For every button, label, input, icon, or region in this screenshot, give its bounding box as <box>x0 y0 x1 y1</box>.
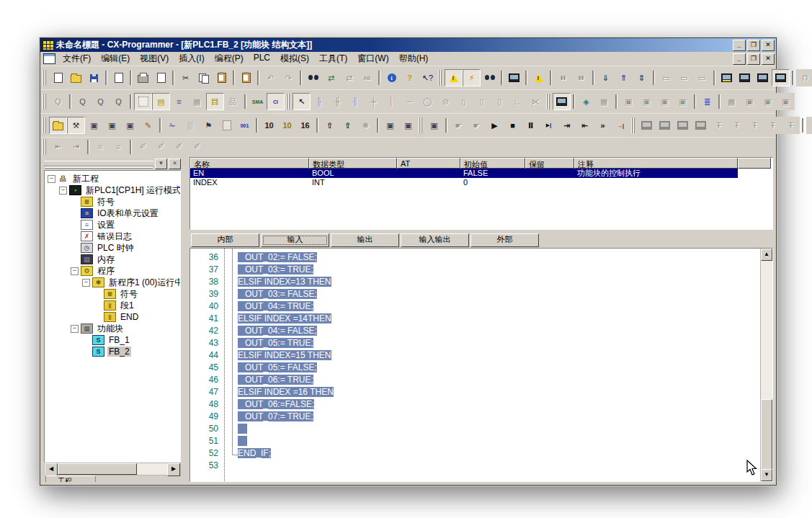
code-line-39[interactable]: 39 OUT_03:= FALSE; <box>190 289 761 301</box>
menu-item-4[interactable]: 插入(I) <box>174 52 209 66</box>
edit-pen-normal-button[interactable]: ✐ <box>134 138 152 156</box>
tree-item--[interactable]: ▤内存 <box>45 254 180 265</box>
title-bar[interactable]: 未命名標題 - CX-Programmer - [新PLC1.FB_2 [功能块… <box>40 38 776 52</box>
variable-row-en[interactable]: ENBOOLFALSE功能块的控制执行 <box>190 169 772 178</box>
monitor-data-trace-button[interactable]: ▦ <box>723 93 741 110</box>
show-rungs-button[interactable]: 目 <box>206 93 224 110</box>
variable-row-index[interactable]: INDEXINT0 <box>190 178 772 187</box>
pause-1-button[interactable]: ▮▮ <box>554 69 572 86</box>
differential-monitor-button[interactable]: ⊓ <box>796 69 812 86</box>
code-line-44[interactable]: 44ELSIF INDEX=15 THEN <box>190 350 761 362</box>
variable-column-header-保留[interactable]: 保留 <box>525 158 574 169</box>
transfer-window-2-button[interactable]: ▣ <box>399 117 417 134</box>
menu-item-5[interactable]: 编程(P) <box>210 52 249 66</box>
binary-view-button[interactable]: 001 <box>236 117 254 134</box>
edit-pen-off-button[interactable]: ✐ <box>188 138 206 156</box>
scroll-down-button[interactable]: ▼ <box>761 469 772 481</box>
tab-内部[interactable]: 内部 <box>191 233 259 247</box>
st-editor[interactable]: 36 OUT_02:= FALSE;37 OUT_03:= TRUE;38ELS… <box>189 248 773 482</box>
toolbar-grip[interactable] <box>546 94 550 110</box>
edit-pen-insert-button[interactable]: ✐ <box>152 138 170 156</box>
zoom-in-button[interactable]: Q <box>73 93 92 110</box>
toggle-cross-reference-report-button[interactable]: ▣ <box>103 117 121 134</box>
restore-button[interactable]: ❐ <box>747 40 760 51</box>
context-help-button[interactable]: ↖? <box>419 69 437 86</box>
tree-item--[interactable]: −▦功能块 <box>45 323 180 334</box>
about-info-button[interactable]: i <box>383 69 401 86</box>
toolbar-grip[interactable] <box>43 139 46 155</box>
copy-button[interactable] <box>195 69 213 86</box>
invert-selection-button[interactable]: ⋉ <box>527 93 545 110</box>
tab-输入[interactable]: 输入 <box>261 233 329 247</box>
new-horizontal-line-button[interactable]: ─ <box>401 93 419 110</box>
watch-window-2-button[interactable]: ▣ <box>759 93 777 110</box>
scroll-left-button[interactable]: ◀ <box>45 463 58 476</box>
mdi-minimize-button[interactable]: _ <box>733 53 746 65</box>
tab-输出[interactable]: 输出 <box>331 233 399 247</box>
new-pb-instruction-button[interactable]: ▯ <box>455 93 473 110</box>
menu-item-2[interactable]: 编辑(E) <box>96 52 135 66</box>
program-mode-button[interactable]: ▭ <box>657 69 675 86</box>
variable-column-header-名称[interactable]: 名称 <box>190 158 309 169</box>
tab-输入输出[interactable]: 输入输出 <box>401 233 469 247</box>
menu-item-9[interactable]: 窗口(W) <box>352 52 393 66</box>
toggle-project-workspace-button[interactable] <box>49 117 67 134</box>
minimize-button[interactable]: _ <box>733 40 746 51</box>
code-line-38[interactable]: 38ELSIF INDEX=13 THEN <box>190 277 761 289</box>
pause-2-button[interactable]: ▮▮ <box>572 69 590 86</box>
tree-item--[interactable]: −⚙程序 <box>45 265 180 277</box>
show-rung-comments-button[interactable]: ≡ <box>170 93 188 110</box>
io-comment-view-button[interactable]: ◈ <box>577 93 595 110</box>
tree-item--[interactable]: −品新工程 <box>45 173 180 184</box>
new-instruction-2-button[interactable]: ▯ <box>491 93 509 110</box>
paste-button[interactable] <box>213 69 231 86</box>
new-instruction-button[interactable]: ▯ <box>473 93 491 110</box>
replace-button[interactable]: ⇄ <box>322 69 340 86</box>
auto-online-button[interactable] <box>530 69 548 86</box>
tree-horizontal-scrollbar[interactable]: ◀ ▶ <box>44 463 181 475</box>
new-closed-coil-button[interactable]: ⊘ <box>437 93 455 110</box>
monitor-mode-button[interactable]: ⚡ <box>463 69 481 86</box>
step-out-button[interactable]: ⇤ <box>576 117 594 134</box>
code-line-52[interactable]: 52END_IF; <box>190 448 761 460</box>
code-line-46[interactable]: 46 OUT_06:= TRUE; <box>190 375 761 387</box>
undo-button[interactable]: ↶ <box>262 69 280 86</box>
monitor-window-3-button[interactable] <box>754 69 772 86</box>
code-line-47[interactable]: 47ELSIF INDEX =16 THEN <box>190 387 761 399</box>
differential-trace-button[interactable]: ▦ <box>595 93 613 110</box>
show-properties-button[interactable]: ✎ <box>139 117 157 134</box>
ladder-monitor-view-button[interactable]: ▦ <box>188 93 206 110</box>
menu-item-6[interactable]: PLC <box>249 52 275 66</box>
transfer-window-1-button[interactable]: ▣ <box>381 117 399 134</box>
code-line-42[interactable]: 42 OUT_04:= FALSE; <box>190 326 761 338</box>
st-editor-body[interactable]: 36 OUT_02:= FALSE;37 OUT_03:= TRUE;38ELS… <box>190 249 761 481</box>
new-closed-contact-button[interactable]: ╫ <box>329 93 347 110</box>
tree-item--1-00-[interactable]: −✱新程序1 (00)运行中 <box>45 277 180 288</box>
toggle-watch-window-button[interactable]: ▣ <box>85 117 103 134</box>
tree-expander[interactable]: − <box>82 279 90 287</box>
work-online-simulator-button[interactable] <box>505 69 523 86</box>
toolbar-grip[interactable] <box>631 117 635 133</box>
code-line-51[interactable]: 51 <box>190 436 761 448</box>
monitor-window-4-button[interactable] <box>772 69 790 86</box>
tree-item-end[interactable]: ▮END <box>45 311 180 323</box>
release-comment-memory-button[interactable]: ❋ <box>357 117 375 134</box>
delete-connection-button[interactable]: ∟ <box>509 93 527 110</box>
transfer-to-plc-button[interactable]: ⇓ <box>597 69 615 86</box>
go-to-rung-bottom-button[interactable]: ≡ <box>110 138 128 156</box>
open-project-button[interactable] <box>67 69 85 86</box>
scroll-right-button[interactable]: ▶ <box>167 463 180 476</box>
variable-column-header-spacer[interactable] <box>738 158 771 169</box>
tree-item-plc-[interactable]: ◷PLC 时钟 <box>45 242 180 254</box>
zoom-select-button[interactable]: Q <box>49 93 67 110</box>
show-grid-button[interactable] <box>134 93 152 110</box>
upload-comments-button[interactable]: ⇧ <box>321 117 339 134</box>
close-button[interactable]: ✕ <box>762 40 775 51</box>
increase-indent-button[interactable]: ⇥ <box>67 138 85 156</box>
st-view-button[interactable]: CI <box>267 93 285 110</box>
code-line-53[interactable]: 53 <box>190 460 761 473</box>
code-line-41[interactable]: 41ELSIF INDEX =14THEN <box>190 313 761 326</box>
menu-item-10[interactable]: 帮助(H) <box>394 52 434 66</box>
simulation-monitor-3-button[interactable] <box>674 117 692 134</box>
change-all-button[interactable]: ⇄ <box>340 69 358 86</box>
